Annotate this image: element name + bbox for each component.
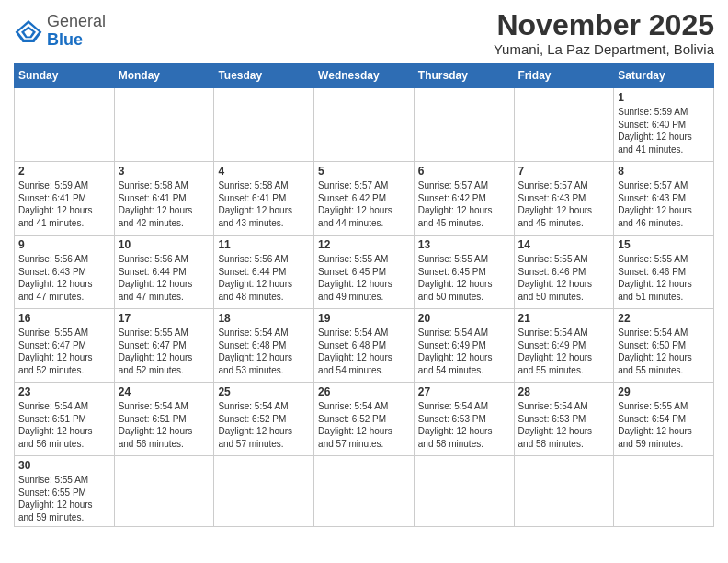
day-info: Sunrise: 5:56 AM Sunset: 6:44 PM Dayligh… <box>119 253 210 303</box>
calendar-cell: 28Sunrise: 5:54 AM Sunset: 6:53 PM Dayli… <box>514 383 614 456</box>
day-number: 3 <box>119 165 210 178</box>
day-info: Sunrise: 5:55 AM Sunset: 6:46 PM Dayligh… <box>518 253 610 303</box>
calendar-cell <box>614 456 714 527</box>
day-number: 16 <box>18 312 110 325</box>
calendar-cell: 9Sunrise: 5:56 AM Sunset: 6:43 PM Daylig… <box>15 236 115 309</box>
calendar-cell: 23Sunrise: 5:54 AM Sunset: 6:51 PM Dayli… <box>15 383 115 456</box>
calendar-cell: 19Sunrise: 5:54 AM Sunset: 6:48 PM Dayli… <box>314 309 415 383</box>
day-number: 18 <box>218 312 310 325</box>
calendar-cell: 14Sunrise: 5:55 AM Sunset: 6:46 PM Dayli… <box>514 236 614 309</box>
day-info: Sunrise: 5:54 AM Sunset: 6:48 PM Dayligh… <box>318 327 410 376</box>
calendar-cell: 3Sunrise: 5:58 AM Sunset: 6:41 PM Daylig… <box>114 162 214 236</box>
logo-text: General Blue <box>47 13 106 50</box>
day-info: Sunrise: 5:55 AM Sunset: 6:45 PM Dayligh… <box>318 253 410 303</box>
day-number: 23 <box>18 385 110 398</box>
calendar-cell <box>114 88 214 162</box>
calendar-cell: 27Sunrise: 5:54 AM Sunset: 6:53 PM Dayli… <box>414 383 514 456</box>
day-header-saturday: Saturday <box>614 63 714 88</box>
day-info: Sunrise: 5:55 AM Sunset: 6:47 PM Dayligh… <box>18 327 110 376</box>
day-info: Sunrise: 5:54 AM Sunset: 6:50 PM Dayligh… <box>618 327 710 376</box>
calendar-cell: 24Sunrise: 5:54 AM Sunset: 6:51 PM Dayli… <box>114 383 214 456</box>
calendar-cell: 11Sunrise: 5:56 AM Sunset: 6:44 PM Dayli… <box>214 236 314 309</box>
day-number: 13 <box>418 238 510 251</box>
day-info: Sunrise: 5:55 AM Sunset: 6:47 PM Dayligh… <box>119 327 210 376</box>
calendar-header-row: SundayMondayTuesdayWednesdayThursdayFrid… <box>15 63 714 88</box>
day-number: 21 <box>518 312 610 325</box>
day-info: Sunrise: 5:59 AM Sunset: 6:40 PM Dayligh… <box>618 106 710 155</box>
calendar-table: SundayMondayTuesdayWednesdayThursdayFrid… <box>14 63 714 527</box>
calendar-cell: 20Sunrise: 5:54 AM Sunset: 6:49 PM Dayli… <box>414 309 514 383</box>
day-number: 22 <box>618 312 710 325</box>
calendar-cell: 30Sunrise: 5:55 AM Sunset: 6:55 PM Dayli… <box>15 456 115 527</box>
calendar-cell: 29Sunrise: 5:55 AM Sunset: 6:54 PM Dayli… <box>614 383 714 456</box>
day-header-monday: Monday <box>114 63 214 88</box>
calendar-cell: 12Sunrise: 5:55 AM Sunset: 6:45 PM Dayli… <box>314 236 415 309</box>
day-info: Sunrise: 5:57 AM Sunset: 6:42 PM Dayligh… <box>418 179 510 229</box>
calendar-week-row: 30Sunrise: 5:55 AM Sunset: 6:55 PM Dayli… <box>15 456 714 527</box>
calendar-cell <box>514 456 614 527</box>
calendar-cell: 13Sunrise: 5:55 AM Sunset: 6:45 PM Dayli… <box>414 236 514 309</box>
calendar-cell <box>214 88 314 162</box>
calendar-cell <box>15 88 115 162</box>
day-number: 26 <box>318 385 410 398</box>
day-number: 5 <box>318 165 410 178</box>
title-area: November 2025 Yumani, La Paz Department,… <box>494 9 714 57</box>
day-number: 30 <box>18 459 110 472</box>
page-header: General Blue November 2025 Yumani, La Pa… <box>14 9 714 57</box>
calendar-cell <box>414 88 514 162</box>
month-title: November 2025 <box>494 9 714 41</box>
calendar-week-row: 1Sunrise: 5:59 AM Sunset: 6:40 PM Daylig… <box>15 88 714 162</box>
day-info: Sunrise: 5:58 AM Sunset: 6:41 PM Dayligh… <box>218 179 310 229</box>
day-number: 27 <box>418 385 510 398</box>
calendar-cell: 7Sunrise: 5:57 AM Sunset: 6:43 PM Daylig… <box>514 162 614 236</box>
day-number: 7 <box>518 165 610 178</box>
day-info: Sunrise: 5:54 AM Sunset: 6:51 PM Dayligh… <box>119 400 210 450</box>
day-info: Sunrise: 5:57 AM Sunset: 6:43 PM Dayligh… <box>618 179 710 229</box>
calendar-cell: 5Sunrise: 5:57 AM Sunset: 6:42 PM Daylig… <box>314 162 415 236</box>
calendar-week-row: 23Sunrise: 5:54 AM Sunset: 6:51 PM Dayli… <box>15 383 714 456</box>
day-number: 12 <box>318 238 410 251</box>
calendar-cell: 26Sunrise: 5:54 AM Sunset: 6:52 PM Dayli… <box>314 383 415 456</box>
day-info: Sunrise: 5:54 AM Sunset: 6:48 PM Dayligh… <box>218 327 310 376</box>
location: Yumani, La Paz Department, Bolivia <box>494 41 714 57</box>
day-header-sunday: Sunday <box>15 63 115 88</box>
day-number: 14 <box>518 238 610 251</box>
calendar-cell: 1Sunrise: 5:59 AM Sunset: 6:40 PM Daylig… <box>614 88 714 162</box>
calendar-cell: 16Sunrise: 5:55 AM Sunset: 6:47 PM Dayli… <box>15 309 115 383</box>
day-info: Sunrise: 5:54 AM Sunset: 6:53 PM Dayligh… <box>418 400 510 450</box>
day-number: 20 <box>418 312 510 325</box>
day-number: 1 <box>618 91 710 104</box>
calendar-cell: 15Sunrise: 5:55 AM Sunset: 6:46 PM Dayli… <box>614 236 714 309</box>
day-header-tuesday: Tuesday <box>214 63 314 88</box>
day-info: Sunrise: 5:54 AM Sunset: 6:52 PM Dayligh… <box>318 400 410 450</box>
day-info: Sunrise: 5:56 AM Sunset: 6:43 PM Dayligh… <box>18 253 110 303</box>
calendar-cell: 17Sunrise: 5:55 AM Sunset: 6:47 PM Dayli… <box>114 309 214 383</box>
calendar-week-row: 2Sunrise: 5:59 AM Sunset: 6:41 PM Daylig… <box>15 162 714 236</box>
day-info: Sunrise: 5:55 AM Sunset: 6:55 PM Dayligh… <box>18 474 110 523</box>
calendar-cell: 21Sunrise: 5:54 AM Sunset: 6:49 PM Dayli… <box>514 309 614 383</box>
logo: General Blue <box>14 9 106 50</box>
day-number: 17 <box>119 312 210 325</box>
calendar-cell <box>314 88 415 162</box>
calendar-cell: 8Sunrise: 5:57 AM Sunset: 6:43 PM Daylig… <box>614 162 714 236</box>
calendar-cell <box>414 456 514 527</box>
day-info: Sunrise: 5:56 AM Sunset: 6:44 PM Dayligh… <box>218 253 310 303</box>
day-info: Sunrise: 5:54 AM Sunset: 6:49 PM Dayligh… <box>418 327 510 376</box>
day-info: Sunrise: 5:55 AM Sunset: 6:45 PM Dayligh… <box>418 253 510 303</box>
day-header-wednesday: Wednesday <box>314 63 415 88</box>
day-info: Sunrise: 5:55 AM Sunset: 6:54 PM Dayligh… <box>618 400 710 450</box>
day-number: 24 <box>119 385 210 398</box>
calendar-cell: 10Sunrise: 5:56 AM Sunset: 6:44 PM Dayli… <box>114 236 214 309</box>
day-info: Sunrise: 5:54 AM Sunset: 6:53 PM Dayligh… <box>518 400 610 450</box>
day-info: Sunrise: 5:55 AM Sunset: 6:46 PM Dayligh… <box>618 253 710 303</box>
day-number: 2 <box>18 165 110 178</box>
calendar-cell: 25Sunrise: 5:54 AM Sunset: 6:52 PM Dayli… <box>214 383 314 456</box>
generalblue-icon <box>14 18 43 44</box>
day-header-thursday: Thursday <box>414 63 514 88</box>
day-number: 15 <box>618 238 710 251</box>
calendar-cell <box>514 88 614 162</box>
day-header-friday: Friday <box>514 63 614 88</box>
day-info: Sunrise: 5:57 AM Sunset: 6:43 PM Dayligh… <box>518 179 610 229</box>
calendar-cell <box>214 456 314 527</box>
day-number: 6 <box>418 165 510 178</box>
